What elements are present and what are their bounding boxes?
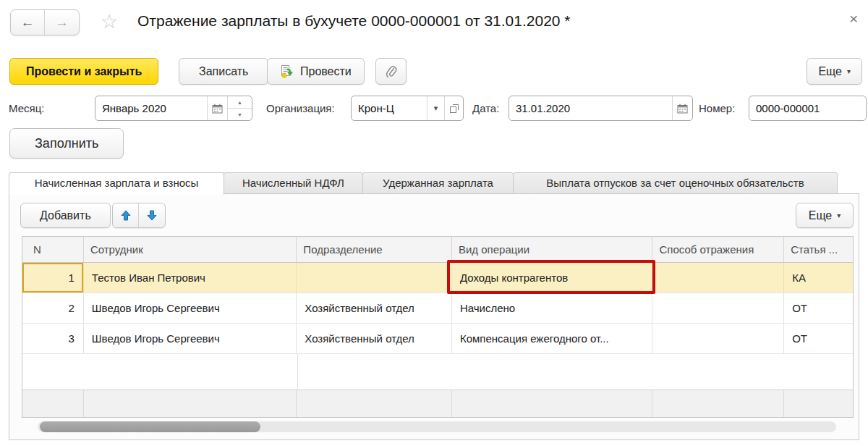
more-button-top[interactable]: Еще ▾ [807, 58, 862, 85]
arrow-up-icon [121, 210, 131, 221]
col-header-n[interactable]: N [22, 237, 84, 262]
open-link-icon [449, 104, 459, 114]
arrow-down-icon [147, 210, 157, 221]
number-input[interactable]: 0000-000001 [749, 96, 866, 120]
col-header-article[interactable]: Статья ... [784, 237, 853, 262]
document-window: ← → ☆ Отражение зарплаты в бухучете 0000… [0, 0, 868, 446]
tab-accrued-salary[interactable]: Начисленная зарплата и взносы [9, 172, 224, 195]
table-row[interactable]: 2 Шведов Игорь Сергеевич Хозяйственный о… [22, 293, 853, 324]
add-row-button[interactable]: Добавить [20, 203, 111, 228]
table-empty-area[interactable] [22, 354, 853, 390]
more-button-label: Еще [809, 209, 833, 222]
footer-cell [22, 390, 84, 417]
footer-cell [84, 390, 297, 417]
cell-employee[interactable]: Тестов Иван Петрович [84, 263, 297, 293]
col-header-employee[interactable]: Сотрудник [84, 237, 297, 262]
cell-department[interactable]: Хозяйственный отдел [297, 293, 452, 323]
organization-field: Крон-Ц ▾ [351, 96, 464, 121]
table-footer-row [22, 390, 853, 417]
cell-reflection[interactable] [652, 293, 784, 323]
cell-n[interactable]: 1 [22, 263, 84, 293]
move-row-buttons [112, 203, 166, 228]
cell-reflection[interactable] [652, 263, 784, 293]
col-header-operation[interactable]: Вид операции [452, 237, 653, 262]
footer-cell [784, 390, 853, 417]
back-button[interactable]: ← [11, 10, 45, 35]
close-icon[interactable]: × [849, 10, 858, 28]
paperclip-icon [386, 65, 397, 78]
organization-open-button[interactable] [444, 96, 463, 120]
month-calendar-button[interactable] [207, 96, 227, 120]
chevron-down-icon: ▾ [847, 67, 851, 75]
organization-input[interactable]: Крон-Ц [352, 96, 427, 120]
rows-table: N Сотрудник Подразделение Вид операции С… [22, 236, 854, 418]
history-nav: ← → [10, 9, 80, 35]
page-title: Отражение зарплаты в бухучете 0000-00000… [137, 12, 571, 30]
cell-article[interactable]: ОТ [784, 293, 853, 323]
favorite-star-icon[interactable]: ☆ [101, 10, 118, 33]
column-divider [297, 354, 298, 390]
organization-label: Организация: [266, 96, 335, 121]
cell-article[interactable]: КА [784, 263, 853, 293]
footer-cell [452, 390, 653, 417]
col-header-reflection[interactable]: Способ отражения [652, 237, 784, 262]
month-field: Январь 2020 ▲ ▼ [95, 96, 252, 121]
table-header: N Сотрудник Подразделение Вид операции С… [22, 237, 853, 263]
fill-button[interactable]: Заполнить [9, 128, 124, 159]
tab-ndfl[interactable]: Начисленный НДФЛ [224, 172, 363, 194]
cell-operation[interactable]: Доходы контрагентов [452, 263, 653, 293]
date-field: 31.01.2020 [509, 96, 693, 121]
cell-n[interactable]: 3 [22, 324, 84, 353]
month-stepper: ▲ ▼ [227, 96, 252, 120]
organization-dropdown-button[interactable]: ▾ [427, 96, 444, 120]
date-label: Дата: [472, 96, 499, 121]
date-input[interactable]: 31.01.2020 [509, 96, 672, 120]
table-row[interactable]: 3 Шведов Игорь Сергеевич Хозяйственный о… [22, 324, 853, 354]
cell-operation[interactable]: Начислено [452, 293, 653, 323]
forward-button[interactable]: → [45, 10, 79, 35]
col-header-department[interactable]: Подразделение [297, 237, 452, 262]
cell-department[interactable]: Хозяйственный отдел [297, 324, 452, 353]
cell-reflection[interactable] [652, 324, 784, 353]
stepper-down-button[interactable]: ▼ [228, 109, 252, 120]
date-calendar-button[interactable] [672, 96, 692, 120]
number-label: Номер: [699, 96, 735, 121]
cell-operation[interactable]: Компенсация ежегодного от... [452, 324, 653, 353]
chevron-down-icon: ▾ [434, 104, 438, 113]
triangle-down-icon: ▼ [237, 112, 242, 117]
post-button-label: Провести [300, 65, 352, 78]
post-document-icon [280, 64, 294, 79]
chevron-down-icon: ▾ [837, 211, 841, 219]
calendar-icon [212, 104, 223, 114]
month-label: Месяц: [9, 96, 44, 121]
stepper-up-button[interactable]: ▲ [228, 96, 252, 109]
cell-employee[interactable]: Шведов Игорь Сергеевич [84, 293, 297, 323]
cell-article[interactable]: ОТ [784, 324, 853, 353]
tab-withheld-salary[interactable]: Удержанная зарплата [362, 172, 514, 194]
cell-n[interactable]: 2 [22, 293, 84, 323]
more-button-label: Еще [818, 65, 842, 78]
cell-department[interactable] [297, 263, 452, 293]
footer-cell [652, 390, 784, 417]
move-up-button[interactable] [113, 203, 139, 227]
post-button[interactable]: Провести [267, 58, 365, 85]
move-down-button[interactable] [139, 203, 165, 227]
save-button[interactable]: Записать [179, 58, 268, 85]
month-input[interactable]: Январь 2020 [95, 96, 207, 120]
triangle-up-icon: ▲ [237, 100, 242, 105]
arrow-left-icon: ← [21, 14, 35, 30]
more-button-table[interactable]: Еще ▾ [796, 203, 854, 228]
cell-employee[interactable]: Шведов Игорь Сергеевич [84, 324, 297, 353]
number-field: 0000-000001 [749, 96, 867, 121]
footer-cell [297, 390, 452, 417]
arrow-right-icon: → [55, 14, 69, 30]
table-row[interactable]: 1 Тестов Иван Петрович Доходы контрагент… [22, 263, 853, 293]
tab-vacation-payment[interactable]: Выплата отпусков за счет оценочных обяза… [513, 172, 838, 194]
attachments-button[interactable] [375, 58, 407, 85]
calendar-icon [677, 104, 688, 114]
post-and-close-button[interactable]: Провести и закрыть [9, 58, 158, 85]
horizontal-scrollbar-thumb[interactable] [40, 421, 260, 432]
